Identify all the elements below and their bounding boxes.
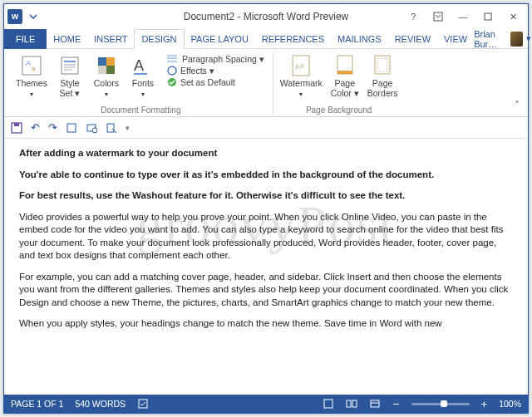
zoom-in-button[interactable]: + — [481, 398, 488, 410]
tab-view[interactable]: VIEW — [437, 29, 474, 49]
app-window: W Document2 - Microsoft Word Preview ? —… — [3, 3, 529, 414]
window-title: Document2 - Microsoft Word Preview — [184, 11, 349, 22]
tab-mailings[interactable]: MAILINGS — [331, 29, 388, 49]
tab-insert[interactable]: INSERT — [87, 29, 134, 49]
page-borders-button[interactable]: Page Borders — [366, 52, 400, 100]
collapse-ribbon-icon[interactable]: ˄ — [511, 96, 523, 115]
qat-dropdown-icon[interactable]: ▾ — [126, 124, 130, 132]
svg-rect-0 — [434, 12, 442, 21]
svg-rect-1 — [485, 13, 491, 20]
word-count[interactable]: 540 WORDS — [75, 399, 126, 409]
group-doc-formatting: Aa Themes▾ Style Set ▾ Colors▾ A Fonts▾ … — [9, 52, 273, 115]
watermark-button[interactable]: Aa Watermark▾ — [278, 52, 324, 100]
account-dropdown-icon: ▾ — [526, 33, 531, 44]
status-bar: PAGE 1 OF 1 540 WORDS − + 100% — [4, 395, 528, 413]
maximize-button[interactable] — [476, 8, 500, 25]
svg-rect-24 — [337, 71, 352, 74]
svg-point-19 — [168, 66, 176, 75]
print-layout-view-icon[interactable] — [323, 399, 334, 409]
group-page-background: Aa Watermark▾ Page Color ▾ Page Borders … — [273, 52, 405, 115]
proofing-icon[interactable] — [137, 398, 149, 410]
tab-home[interactable]: HOME — [47, 29, 87, 49]
tab-review[interactable]: REVIEW — [388, 29, 437, 49]
ribbon: Aa Themes▾ Style Set ▾ Colors▾ A Fonts▾ … — [4, 49, 528, 117]
group-label: Page Background — [306, 104, 372, 115]
svg-rect-34 — [324, 400, 332, 408]
svg-rect-28 — [14, 123, 19, 126]
effects-button[interactable]: Effects ▾ — [167, 66, 264, 76]
formatting-options: Paragraph Spacing ▾ Effects ▾ Set as Def… — [164, 52, 268, 89]
colors-button[interactable]: Colors▾ — [91, 52, 122, 100]
svg-point-31 — [92, 128, 97, 133]
help-button[interactable]: ? — [401, 8, 425, 25]
web-layout-view-icon[interactable] — [369, 399, 381, 409]
paragraph: For example, you can add a matching cove… — [19, 271, 513, 310]
ribbon-tabs: FILE HOME INSERT DESIGN PAGE LAYOU REFER… — [4, 29, 528, 49]
svg-text:a: a — [32, 65, 36, 72]
svg-rect-35 — [347, 400, 351, 407]
qat-item-icon[interactable] — [66, 122, 77, 134]
group-label: Document Formatting — [101, 104, 180, 115]
svg-rect-33 — [139, 400, 147, 408]
paragraph: When you apply styles, your headings cha… — [19, 317, 513, 331]
document-area[interactable]: groovyPost After adding a watermark to y… — [4, 139, 528, 395]
save-icon[interactable] — [11, 122, 22, 134]
svg-rect-10 — [98, 57, 106, 66]
svg-text:A: A — [26, 59, 31, 67]
page-indicator[interactable]: PAGE 1 OF 1 — [11, 399, 63, 409]
paragraph: Video provides a powerful way to help yo… — [19, 211, 513, 262]
svg-rect-11 — [106, 57, 115, 66]
tab-file[interactable]: FILE — [4, 29, 47, 49]
paragraph-spacing-button[interactable]: Paragraph Spacing ▾ — [167, 54, 264, 64]
account-area[interactable]: Brian Bur… ▾ — [474, 29, 532, 49]
qat-item-icon[interactable] — [86, 122, 97, 134]
tab-design[interactable]: DESIGN — [134, 29, 184, 49]
svg-rect-29 — [67, 124, 76, 132]
ribbon-display-button[interactable] — [426, 8, 450, 25]
style-set-button[interactable]: Style Set ▾ — [54, 52, 86, 100]
close-button[interactable]: ✕ — [501, 8, 525, 25]
account-name: Brian Bur… — [474, 29, 507, 49]
undo-icon[interactable]: ↶ — [31, 121, 40, 134]
zoom-slider[interactable] — [411, 403, 470, 405]
svg-rect-32 — [107, 124, 114, 132]
paragraph: After adding a watermark to your documen… — [19, 147, 513, 160]
svg-rect-13 — [106, 66, 115, 74]
svg-rect-36 — [352, 400, 357, 407]
qat-item-icon[interactable] — [106, 122, 117, 134]
zoom-out-button[interactable]: − — [392, 397, 399, 410]
themes-button[interactable]: Aa Themes▾ — [14, 52, 49, 100]
paragraph: For best results, use the Washout featur… — [19, 189, 513, 203]
title-bar: W Document2 - Microsoft Word Preview ? —… — [4, 4, 528, 29]
zoom-level[interactable]: 100% — [499, 399, 521, 409]
paragraph: You're able to continue to type over it … — [19, 169, 513, 182]
tab-page-layout[interactable]: PAGE LAYOU — [185, 29, 255, 49]
word-app-icon: W — [7, 9, 22, 24]
redo-icon[interactable]: ↷ — [48, 121, 57, 134]
svg-rect-5 — [62, 57, 78, 74]
account-pic — [510, 32, 523, 47]
document-page: groovyPost After adding a watermark to y… — [4, 139, 528, 331]
tab-references[interactable]: REFERENCES — [255, 29, 331, 49]
read-mode-view-icon[interactable] — [346, 399, 357, 409]
minimize-button[interactable]: — — [451, 8, 475, 25]
page-color-button[interactable]: Page Color ▾ — [329, 52, 361, 100]
fonts-button[interactable]: A Fonts▾ — [127, 52, 159, 100]
qat-dropdown-icon[interactable] — [29, 12, 37, 21]
quick-access-toolbar: ↶ ↷ ▾ — [4, 117, 528, 139]
svg-text:A: A — [134, 57, 144, 74]
svg-rect-37 — [371, 400, 379, 407]
set-as-default-button[interactable]: Set as Default — [167, 77, 264, 87]
svg-rect-12 — [98, 66, 106, 74]
